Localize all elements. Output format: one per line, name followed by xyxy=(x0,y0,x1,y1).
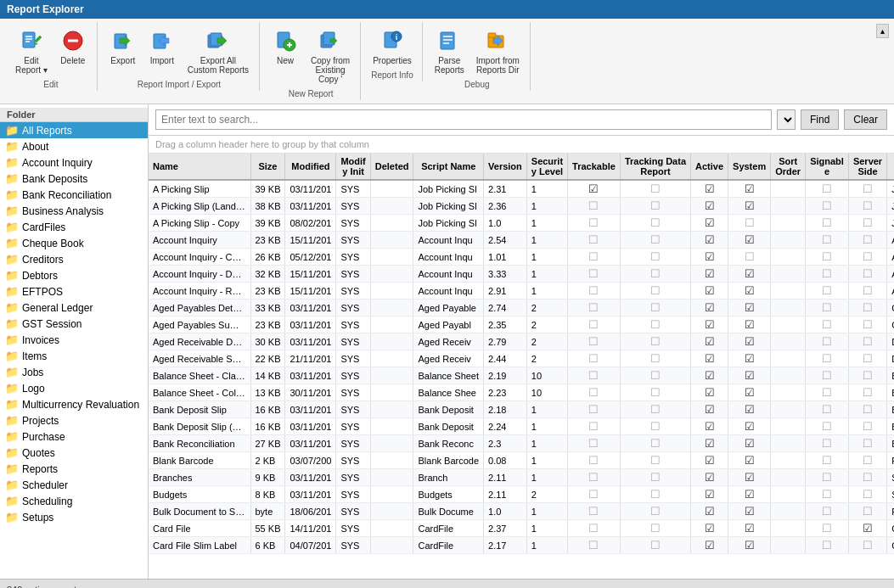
col-header-active[interactable]: Active xyxy=(691,154,728,180)
sidebar-item-reports[interactable]: 📁 Reports xyxy=(0,461,148,477)
sidebar-item-bank-reconciliation[interactable]: 📁 Bank Reconciliation xyxy=(0,187,148,203)
toolbar-collapse-button[interactable]: ▴ xyxy=(876,24,889,38)
table-row[interactable]: Aged Payables Detailed33 KB03/11/201SYSA… xyxy=(149,300,894,316)
table-row[interactable]: Bulk Document to Stock Linkbyte18/06/201… xyxy=(149,503,894,520)
sidebar-item-eftpos[interactable]: 📁 EFTPOS xyxy=(0,283,148,300)
sidebar-item-cheque-book[interactable]: 📁 Cheque Book xyxy=(0,235,148,251)
table-cell: 8 KB xyxy=(250,486,285,503)
checkbox-cell: ☐ xyxy=(568,198,621,215)
table-row[interactable]: Card File55 KB14/11/201SYSCardFile2.371☐… xyxy=(149,520,894,537)
table-row[interactable]: Bank Deposit Slip16 KB03/11/201SYSBank D… xyxy=(149,401,894,418)
sidebar-item-purchase[interactable]: 📁 Purchase xyxy=(0,428,148,445)
table-row[interactable]: A Picking Slip - Copy39 KB08/02/201SYSJo… xyxy=(149,215,894,232)
sidebar-item-creditors[interactable]: 📁 Creditors xyxy=(0,251,148,267)
table-row[interactable]: Balance Sheet - Columns13 KB30/11/201SYS… xyxy=(149,384,894,401)
table-row[interactable]: Blank Barcode2 KB03/07/200SYSBlank Barco… xyxy=(149,452,894,469)
edit-report-button[interactable]: EditReport ▾ xyxy=(10,24,53,78)
checkbox-unchecked: ☐ xyxy=(863,301,873,314)
search-input[interactable] xyxy=(155,109,772,130)
properties-button[interactable]: i Properties xyxy=(368,24,417,69)
sidebar-item-business-analysis[interactable]: 📁 Business Analysis xyxy=(0,203,148,219)
table-cell: 03/11/201 xyxy=(285,316,336,333)
sidebar-item-account-inquiry[interactable]: 📁 Account Inquiry xyxy=(0,154,148,171)
col-header-modified[interactable]: Modified xyxy=(285,154,336,180)
parse-reports-button[interactable]: ParseReports xyxy=(430,24,469,78)
col-header-trackable[interactable]: Trackable xyxy=(568,154,621,180)
sidebar-item-bank-deposits[interactable]: 📁 Bank Deposits xyxy=(0,171,148,187)
col-header-tracking-data-report[interactable]: Tracking DataReport xyxy=(620,154,690,180)
table-cell: 15/11/201 xyxy=(285,266,336,283)
col-header-modify-init[interactable]: Modify Init xyxy=(336,154,370,180)
col-header-deleted[interactable]: Deleted xyxy=(370,154,413,180)
col-header-script-name[interactable]: Script Name xyxy=(413,154,484,180)
table-cell: Account xyxy=(887,249,894,266)
folder-icon: 📁 xyxy=(5,204,19,217)
table-row[interactable]: Branches9 KB03/11/201SYSBranch2.111☐☐☑☑☐… xyxy=(149,469,894,486)
sidebar-item-all-reports[interactable]: 📁 All Reports xyxy=(0,122,148,138)
clear-button[interactable]: Clear xyxy=(844,109,887,130)
col-header-sort-order[interactable]: SortOrder xyxy=(771,154,806,180)
table-row[interactable]: Budgets8 KB03/11/201SYSBudgets2.112☐☐☑☑☐… xyxy=(149,486,894,503)
table-row[interactable]: A Picking Slip (Landscape)38 KB03/11/201… xyxy=(149,198,894,215)
table-row[interactable]: A Picking Slip39 KB03/11/201SYSJob Picki… xyxy=(149,180,894,198)
export-button[interactable]: Export xyxy=(104,24,142,78)
table-cell: Aged Payables Detailed xyxy=(149,300,250,316)
table-row[interactable]: Card File Slim Label6 KB04/07/201SYSCard… xyxy=(149,537,894,554)
table-row[interactable]: Account Inquiry - Copy26 KB05/12/201SYSA… xyxy=(149,249,894,266)
delete-button[interactable]: Delete xyxy=(54,24,92,78)
search-dropdown[interactable] xyxy=(777,109,796,130)
col-header-name[interactable]: Name xyxy=(149,154,250,180)
table-row[interactable]: Aged Receivable Summary22 KB21/11/201SYS… xyxy=(149,350,894,367)
table-row[interactable]: Account Inquiry23 KB15/11/201SYSAccount … xyxy=(149,232,894,249)
sidebar-item-projects[interactable]: 📁 Projects xyxy=(0,412,148,428)
sidebar-item-setups[interactable]: 📁 Setups xyxy=(0,509,148,525)
sidebar-item-label: Debtors xyxy=(22,270,58,282)
table-row[interactable]: Bank Reconciliation27 KB03/11/201SYSBank… xyxy=(149,435,894,452)
table-row[interactable]: Aged Payables Summary23 KB03/11/201SYSAg… xyxy=(149,316,894,333)
sidebar-item-scheduling[interactable]: 📁 Scheduling xyxy=(0,493,148,509)
content-area: Find Clear Drag a column header here to … xyxy=(149,104,894,579)
folder-icon: 📁 xyxy=(5,253,19,266)
table-row[interactable]: Account Inquiry - Range23 KB15/11/201SYS… xyxy=(149,283,894,300)
sidebar-item-label: Items xyxy=(22,350,47,362)
col-header-size[interactable]: Size xyxy=(250,154,285,180)
table-cell: 2.35 xyxy=(484,316,527,333)
sidebar-item-cardfiles[interactable]: 📁 CardFiles xyxy=(0,219,148,235)
table-row[interactable]: Account Inquiry - Detailed32 KB15/11/201… xyxy=(149,266,894,283)
col-header-security-level[interactable]: Security Level xyxy=(526,154,567,180)
sidebar-item-multicurrency-revaluation[interactable]: 📁 Multicurrency Revaluation xyxy=(0,396,148,412)
col-header-signable[interactable]: Signable xyxy=(806,154,849,180)
col-header-server-side[interactable]: ServerSide xyxy=(848,154,886,180)
folder-icon: 📁 xyxy=(5,350,19,362)
new-button[interactable]: New xyxy=(267,24,304,87)
checkbox-checked: ☑ xyxy=(705,437,715,450)
copy-from-existing-button[interactable]: Copy fromExistingCopy ' xyxy=(306,24,355,87)
col-header-folder[interactable]: Folder xyxy=(887,154,894,180)
sidebar-item-logo[interactable]: 📁 Logo xyxy=(0,380,148,396)
table-row[interactable]: Balance Sheet - Classic14 KB03/11/201SYS… xyxy=(149,367,894,384)
checkbox-cell: ☐ xyxy=(848,249,886,266)
table-row[interactable]: Aged Receivable Detailed30 KB03/11/201SY… xyxy=(149,333,894,350)
col-header-version[interactable]: Version xyxy=(484,154,527,180)
col-header-system[interactable]: System xyxy=(728,154,771,180)
sidebar-item-debtors[interactable]: 📁 Debtors xyxy=(0,267,148,283)
export-all-button[interactable]: Export AllCustom Reports xyxy=(183,24,254,78)
checkbox-checked: ☑ xyxy=(705,301,715,314)
table-row[interactable]: Bank Deposit Slip (Cash Det16 KB03/11/20… xyxy=(149,418,894,435)
checkbox-cell: ☑ xyxy=(691,503,728,520)
sidebar-item-gst-session[interactable]: 📁 GST Session xyxy=(0,316,148,332)
checkbox-unchecked: ☐ xyxy=(863,182,873,195)
sidebar-item-about[interactable]: 📁 About xyxy=(0,138,148,154)
sidebar-item-jobs[interactable]: 📁 Jobs xyxy=(0,364,148,380)
checkbox-unchecked: ☐ xyxy=(588,437,599,450)
checkbox-cell: ☑ xyxy=(691,418,728,435)
import-from-reports-dir-button[interactable]: Import fromReports Dir xyxy=(471,24,525,78)
sidebar-item-general-ledger[interactable]: 📁 General Ledger xyxy=(0,300,148,316)
sidebar-item-items[interactable]: 📁 Items xyxy=(0,348,148,364)
sidebar-item-scheduler[interactable]: 📁 Scheduler xyxy=(0,477,148,493)
sidebar-item-invoices[interactable]: 📁 Invoices xyxy=(0,332,148,348)
table-cell xyxy=(370,283,413,300)
sidebar-item-quotes[interactable]: 📁 Quotes xyxy=(0,445,148,461)
import-button[interactable]: Import xyxy=(143,24,181,78)
find-button[interactable]: Find xyxy=(801,109,839,130)
